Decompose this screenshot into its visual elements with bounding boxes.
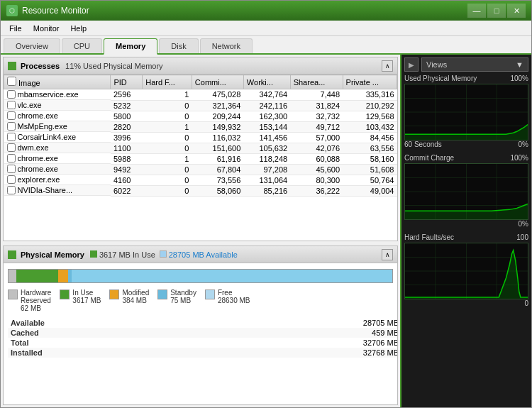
graph2-container	[404, 163, 528, 220]
graph3-svg	[405, 243, 528, 299]
legend-inuse-color	[60, 290, 70, 299]
views-button[interactable]: Views ▼	[421, 57, 528, 72]
tab-overview[interactable]: Overview	[4, 38, 60, 53]
graph2-label: Commit Charge 100%	[404, 154, 528, 162]
table-row[interactable]: CorsairLink4.exe39960116,032141,45657,00…	[4, 132, 397, 143]
table-row[interactable]: chrome.exe58000209,244162,30032,732129,5…	[4, 111, 397, 121]
mem-free	[72, 270, 392, 282]
physical-memory-in-use: 3617 MB In Use	[90, 250, 155, 259]
physical-memory-section: Physical Memory 3617 MB In Use 28705 MB …	[3, 246, 398, 405]
graph3-label: Hard Faults/sec 100	[404, 233, 528, 241]
row-checkbox[interactable]	[7, 154, 16, 162]
physical-memory-indicator	[8, 250, 16, 259]
table-row[interactable]: MsMpEng.exe28201149,932153,14449,712103,…	[4, 121, 397, 132]
row-checkbox[interactable]	[7, 122, 16, 131]
table-row[interactable]: chrome.exe5988161,916118,24860,08858,160	[4, 153, 397, 164]
stats-row: Cached459 MB	[8, 328, 398, 338]
table-row[interactable]: vlc.exe52320321,364242,11631,824210,292	[4, 100, 397, 111]
physical-memory-collapse[interactable]: ∧	[382, 249, 393, 260]
table-row[interactable]: dwm.exe11000151,600105,63242,07663,556	[4, 143, 397, 153]
window-controls: — □ ✕	[467, 4, 526, 18]
main-window: ⬡ Resource Monitor — □ ✕ File Monitor He…	[0, 0, 532, 408]
row-checkbox[interactable]	[7, 133, 16, 141]
menu-bar: File Monitor Help	[1, 21, 531, 36]
table-row[interactable]: chrome.exe9492067,80497,20845,60051,608	[4, 164, 397, 175]
nav-back-button[interactable]: ▶	[404, 57, 419, 72]
physical-memory-title: Physical Memory	[21, 250, 84, 259]
legend-modified-color	[109, 290, 119, 299]
processes-header[interactable]: Processes 11% Used Physical Memory ∧	[4, 57, 397, 75]
menu-help[interactable]: Help	[65, 23, 92, 34]
legend-free: Free28630 MB	[205, 289, 250, 312]
col-hardf[interactable]: Hard F...	[143, 75, 192, 89]
graph-commit-charge: Commit Charge 100%	[404, 154, 528, 229]
processes-collapse[interactable]: ∧	[382, 60, 393, 72]
row-checkbox[interactable]	[7, 90, 16, 99]
graph2-svg	[405, 164, 528, 219]
processes-section: Processes 11% Used Physical Memory ∧ Ima…	[3, 57, 398, 241]
table-row[interactable]: mbamservice.exe25961475,028342,7647,4483…	[4, 89, 397, 101]
legend-standby: Standby75 MB	[157, 289, 196, 312]
col-pid[interactable]: PID	[111, 75, 143, 89]
graph1-svg	[405, 84, 528, 140]
graph-hard-faults: Hard Faults/sec 100	[404, 233, 528, 309]
legend-free-color	[205, 290, 215, 299]
processes-table-container[interactable]: Image PID Hard F... Commi... Worki... Sh…	[4, 75, 397, 241]
window-title: Resource Monitor	[22, 6, 467, 16]
memory-bar	[8, 269, 393, 283]
stats-row: Installed32768 MB	[8, 348, 398, 358]
right-panel: ▶ Views ▼ Used Physical Memory 100%	[400, 55, 531, 407]
processes-indicator	[8, 62, 16, 70]
row-checkbox[interactable]	[7, 175, 16, 184]
memory-stats-table: Available28705 MBCached459 MBTotal32706 …	[8, 318, 398, 358]
row-checkbox[interactable]	[7, 111, 16, 120]
graph1-bottom-label: 60 Seconds 0%	[404, 140, 528, 148]
table-row[interactable]: explorer.exe4160073,556131,06480,30050,7…	[4, 175, 397, 185]
graph1-label: Used Physical Memory 100%	[404, 75, 528, 82]
mem-hw-reserved	[9, 270, 16, 282]
processes-title: Processes	[21, 62, 60, 70]
right-panel-controls: ▶ Views ▼	[404, 57, 528, 72]
tab-network[interactable]: Network	[200, 38, 253, 53]
row-checkbox[interactable]	[7, 165, 16, 173]
graph-used-physical-memory: Used Physical Memory 100%	[404, 75, 528, 150]
legend-standby-color	[157, 290, 167, 299]
graph3-container	[404, 243, 528, 299]
legend-modified: Modified384 MB	[109, 289, 149, 312]
processes-status: 11% Used Physical Memory	[65, 62, 163, 70]
mem-modified	[58, 270, 68, 282]
legend-in-use: In Use3617 MB	[60, 289, 101, 312]
mem-in-use	[16, 270, 59, 282]
tab-memory[interactable]: Memory	[104, 38, 157, 55]
graph1-container	[404, 84, 528, 140]
views-dropdown-icon: ▼	[516, 60, 523, 69]
stats-row: Available28705 MB	[8, 318, 398, 328]
graph2-bottom-label: 0%	[404, 220, 528, 228]
physical-memory-header[interactable]: Physical Memory 3617 MB In Use 28705 MB …	[4, 246, 397, 263]
col-commit[interactable]: Commi...	[192, 75, 243, 89]
memory-legend: HardwareReserved62 MB In Use3617 MB Modi…	[4, 286, 397, 315]
legend-hw-color	[8, 290, 18, 299]
legend-hw-reserved: HardwareReserved62 MB	[8, 289, 51, 312]
col-image[interactable]: Image	[4, 75, 111, 89]
tab-bar: Overview CPU Memory Disk Network	[1, 36, 531, 55]
menu-monitor[interactable]: Monitor	[28, 23, 65, 34]
physical-memory-available: 28705 MB Available	[160, 250, 238, 259]
content-area: Processes 11% Used Physical Memory ∧ Ima…	[1, 55, 531, 407]
maximize-button[interactable]: □	[487, 4, 506, 18]
close-button[interactable]: ✕	[507, 4, 526, 18]
table-row[interactable]: NVIDIa-Share...6022058,06085,21636,22249…	[4, 185, 397, 196]
col-shareable[interactable]: Sharea...	[290, 75, 343, 89]
menu-file[interactable]: File	[4, 23, 28, 34]
tab-cpu[interactable]: CPU	[62, 38, 102, 53]
minimize-button[interactable]: —	[467, 4, 486, 18]
tab-disk[interactable]: Disk	[159, 38, 198, 53]
row-checkbox[interactable]	[7, 143, 16, 152]
row-checkbox[interactable]	[7, 186, 16, 194]
stats-row: Total32706 MB	[8, 338, 398, 348]
col-working[interactable]: Worki...	[243, 75, 290, 89]
app-icon: ⬡	[6, 5, 18, 16]
col-private[interactable]: Private ...	[343, 75, 397, 89]
select-all-checkbox[interactable]	[7, 77, 16, 86]
row-checkbox[interactable]	[7, 101, 16, 109]
